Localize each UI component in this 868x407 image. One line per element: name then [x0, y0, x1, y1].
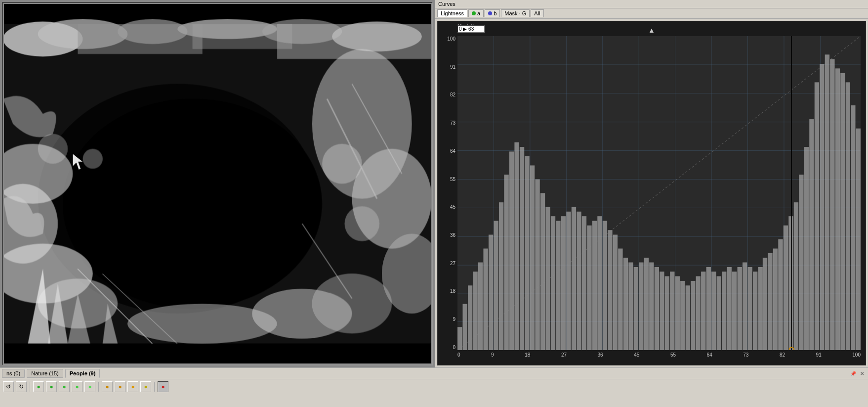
- svg-rect-59: [457, 327, 462, 350]
- svg-rect-97: [655, 267, 659, 350]
- svg-rect-62: [473, 271, 477, 350]
- tab-lightness[interactable]: Lightness: [437, 9, 467, 17]
- svg-rect-129: [820, 64, 824, 350]
- svg-rect-131: [830, 59, 834, 350]
- pin-icon[interactable]: 📌: [849, 369, 857, 377]
- svg-rect-127: [809, 119, 814, 350]
- flag-red-button[interactable]: ●: [158, 381, 168, 392]
- mask-value-input[interactable]: [457, 25, 485, 33]
- svg-rect-67: [499, 202, 503, 350]
- flag-green-3-button[interactable]: ●: [59, 381, 70, 392]
- svg-rect-123: [788, 216, 793, 350]
- svg-rect-102: [680, 281, 685, 350]
- tab-ns[interactable]: ns (0): [2, 369, 25, 378]
- tab-a[interactable]: a: [468, 9, 484, 17]
- toolbar-separator-2: [98, 382, 99, 392]
- svg-rect-68: [504, 175, 508, 350]
- flag-yellow-3-button[interactable]: ●: [127, 381, 138, 392]
- curves-graph-container: ▲ 100 91 82 73 64 55 45 36 27 18 9 0: [437, 21, 866, 365]
- svg-rect-110: [722, 271, 726, 350]
- curves-inner-graph[interactable]: Mask %: [457, 36, 861, 350]
- y-axis: 100 91 82 73 64 55 45 36 27 18 9 0: [438, 36, 457, 350]
- rotate-left-button[interactable]: ↺: [3, 381, 14, 392]
- svg-rect-134: [846, 82, 850, 350]
- svg-rect-71: [520, 147, 524, 350]
- svg-rect-111: [727, 267, 732, 350]
- svg-rect-8: [78, 24, 202, 54]
- svg-rect-89: [613, 235, 618, 350]
- svg-rect-93: [634, 267, 638, 350]
- svg-rect-81: [572, 207, 576, 350]
- svg-rect-113: [738, 267, 742, 350]
- flag-yellow-4-button[interactable]: ●: [140, 381, 151, 392]
- svg-rect-94: [639, 263, 643, 350]
- svg-rect-76: [545, 207, 550, 350]
- y-label-82: 82: [440, 92, 455, 97]
- y-label-64: 64: [440, 148, 455, 154]
- flag-yellow-2-button[interactable]: ●: [115, 381, 125, 392]
- svg-rect-105: [696, 276, 701, 350]
- flag-green-5-button[interactable]: ●: [84, 381, 95, 392]
- svg-rect-87: [603, 221, 607, 350]
- svg-rect-88: [608, 230, 612, 350]
- svg-rect-73: [530, 165, 535, 350]
- svg-rect-133: [840, 73, 845, 350]
- svg-rect-135: [851, 105, 855, 350]
- tab-nature[interactable]: Nature (15): [27, 369, 63, 378]
- tab-mask-g[interactable]: Mask · G: [501, 9, 530, 17]
- image-container: [2, 2, 433, 365]
- svg-rect-116: [753, 271, 757, 350]
- svg-rect-107: [706, 267, 711, 350]
- svg-rect-103: [686, 285, 690, 350]
- x-axis: 0 9 18 27 36 45 55 64 73 82 91 100: [457, 350, 861, 365]
- y-label-91: 91: [440, 64, 455, 70]
- svg-rect-85: [592, 221, 597, 350]
- y-label-9: 9: [440, 317, 455, 322]
- svg-rect-72: [525, 156, 529, 350]
- x-label-45: 45: [634, 352, 639, 358]
- tab-all[interactable]: All: [531, 9, 543, 17]
- svg-point-30: [312, 273, 392, 333]
- bottom-tabs-left: ns (0) Nature (15) People (9): [2, 369, 100, 378]
- svg-rect-104: [691, 281, 695, 350]
- svg-rect-64: [483, 249, 488, 350]
- x-label-55: 55: [670, 352, 676, 358]
- histogram-svg: [457, 36, 861, 350]
- svg-rect-136: [856, 129, 861, 350]
- svg-rect-70: [514, 142, 519, 350]
- svg-rect-65: [489, 235, 493, 350]
- flag-yellow-1-button[interactable]: ●: [102, 381, 113, 392]
- svg-rect-61: [468, 285, 472, 350]
- svg-rect-91: [623, 258, 628, 350]
- y-label-0: 0: [440, 345, 455, 350]
- rotate-right-button[interactable]: ↻: [16, 381, 27, 392]
- svg-rect-83: [582, 216, 586, 350]
- flag-green-1-button[interactable]: ●: [33, 381, 44, 392]
- bw-image: [3, 3, 432, 364]
- svg-rect-100: [670, 271, 674, 350]
- svg-rect-79: [561, 216, 566, 350]
- svg-point-12: [63, 99, 322, 309]
- svg-rect-115: [748, 267, 752, 350]
- svg-rect-84: [587, 226, 591, 350]
- curves-arrow-indicator: ▲: [648, 26, 655, 34]
- tab-a-dot: [472, 11, 476, 15]
- tab-b[interactable]: b: [485, 9, 500, 17]
- svg-rect-106: [701, 271, 705, 350]
- svg-rect-99: [665, 276, 669, 350]
- bottom-toolbar: ↺ ↻ ● ● ● ● ● ● ● ● ● ●: [0, 379, 868, 394]
- svg-rect-119: [768, 253, 772, 350]
- svg-rect-60: [462, 304, 467, 350]
- svg-rect-78: [556, 221, 560, 350]
- flag-green-2-button[interactable]: ●: [46, 381, 57, 392]
- close-icon[interactable]: ✕: [858, 369, 866, 377]
- tab-people[interactable]: People (9): [65, 369, 100, 378]
- x-label-82: 82: [780, 352, 785, 358]
- flag-green-4-button[interactable]: ●: [72, 381, 83, 392]
- svg-rect-128: [815, 82, 819, 350]
- y-label-27: 27: [440, 261, 455, 266]
- dock-icons: 📌 ✕: [849, 369, 866, 377]
- y-label-18: 18: [440, 288, 455, 294]
- svg-rect-108: [711, 271, 716, 350]
- x-label-36: 36: [598, 352, 603, 358]
